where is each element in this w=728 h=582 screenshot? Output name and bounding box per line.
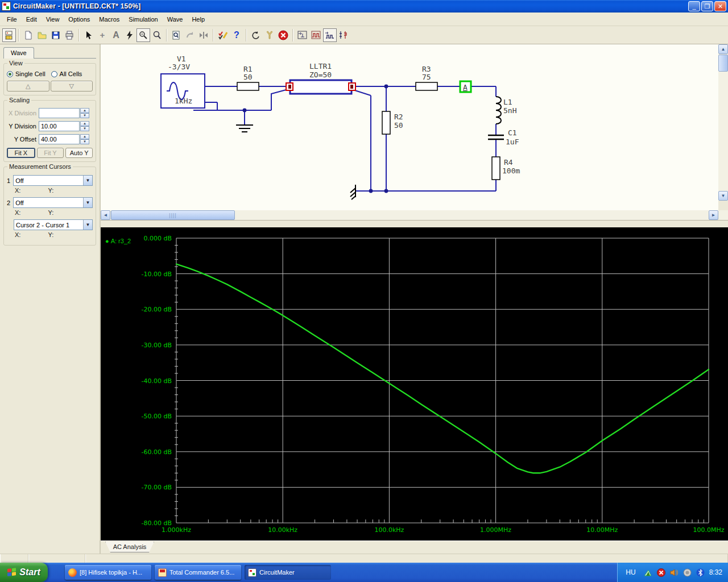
component-r2[interactable]: R2 50	[382, 111, 403, 134]
wave-step-icon[interactable]	[296, 28, 309, 42]
x-division-input[interactable]	[39, 108, 80, 118]
splitter[interactable]	[101, 220, 728, 227]
volume-icon[interactable]	[670, 568, 679, 577]
component-l1[interactable]: L1 5nH	[496, 97, 516, 124]
menu-wave[interactable]: Wave	[163, 14, 188, 24]
print-icon[interactable]	[63, 28, 76, 42]
component-v1[interactable]: 1kHz V1 -3/3V	[161, 55, 205, 108]
cursor2-select[interactable]: Off▼	[13, 197, 93, 208]
scroll-up-icon[interactable]: ▲	[718, 44, 728, 54]
all-cells-radio[interactable]	[51, 71, 57, 77]
close-button[interactable]: ✕	[714, 1, 726, 11]
task-firefox[interactable]: [8] Hifisek topikja - H...	[65, 565, 151, 580]
wave-pulse-icon[interactable]	[309, 28, 323, 42]
menu-file[interactable]: File	[2, 14, 22, 24]
component-lltr1[interactable]: LLTR1 ZO=50	[286, 62, 355, 94]
schematic-canvas[interactable]: 1kHz V1 -3/3V R1 50 LLTR1	[101, 44, 718, 210]
graph-tray-icon[interactable]	[644, 568, 652, 577]
cursor-diff-select[interactable]: Cursor 2 - Cursor 1▼	[14, 219, 93, 230]
svg-text:R1: R1	[243, 65, 253, 73]
trace-dot-icon: ●	[105, 238, 109, 244]
cell-up-button[interactable]: △	[7, 81, 49, 92]
minimize-button[interactable]: _	[688, 1, 700, 11]
edit-checks-icon[interactable]	[216, 28, 230, 42]
earth-ground-symbol[interactable]	[350, 185, 355, 199]
scroll-down-icon[interactable]: ▼	[718, 191, 728, 201]
tab-wave[interactable]: Wave	[3, 47, 34, 59]
menu-options[interactable]: Options	[64, 14, 94, 24]
help-icon[interactable]: ?	[230, 28, 243, 42]
wave-dual-icon[interactable]	[337, 28, 350, 42]
component-r1[interactable]: R1 50	[237, 65, 259, 90]
start-button[interactable]: Start	[0, 563, 48, 582]
menu-simulation[interactable]: Simulation	[124, 14, 162, 24]
fit-x-button[interactable]: Fit X	[7, 148, 35, 158]
ground-symbol[interactable]	[236, 125, 253, 132]
vertical-scroll-thumb[interactable]	[718, 55, 728, 72]
part-browser-icon[interactable]	[2, 28, 16, 42]
utility-wrench-icon[interactable]	[263, 28, 276, 42]
waveform-plot[interactable]: 0.000 dB-10.00 dB-20.00 dB-30.00 dB-40.0…	[101, 227, 728, 541]
task-total-commander[interactable]: Total Commander 6.5...	[155, 565, 241, 580]
restore-button[interactable]: ❐	[701, 1, 713, 11]
task-circuitmaker[interactable]: CircuitMaker	[245, 565, 331, 580]
circuit-svg: 1kHz V1 -3/3V R1 50 LLTR1	[101, 44, 718, 210]
x-division-spinner[interactable]: ▲▼	[80, 108, 89, 118]
rotate-icon[interactable]	[183, 28, 197, 42]
y-division-input[interactable]	[39, 121, 80, 131]
scroll-left-icon[interactable]: ◄	[101, 210, 110, 220]
clock[interactable]: 8:32	[709, 568, 722, 576]
menu-macros[interactable]: Macros	[94, 14, 124, 24]
y-division-spinner[interactable]: ▲▼	[80, 121, 89, 131]
component-r3[interactable]: R3 75	[416, 65, 437, 90]
text-tool-icon[interactable]: A	[109, 28, 123, 42]
open-file-icon[interactable]	[35, 28, 49, 42]
svg-text:1kHz: 1kHz	[175, 97, 192, 105]
cursor1-select[interactable]: Off▼	[13, 175, 93, 186]
svg-text:100m: 100m	[502, 167, 520, 175]
menu-help[interactable]: Help	[187, 14, 209, 24]
wave-pulse-run-icon[interactable]	[323, 28, 337, 42]
fit-y-button[interactable]: Fit Y	[37, 148, 64, 158]
bluetooth-icon[interactable]	[696, 568, 705, 577]
vertical-scrollbar[interactable]: ▲ ▼	[718, 44, 728, 210]
security-shield-icon[interactable]	[657, 568, 665, 577]
wave-panel: Wave View Single Cell All Cells △ ▽ Scal…	[0, 44, 101, 554]
probe-a[interactable]: A	[460, 81, 471, 92]
probe-tool-icon[interactable]	[136, 28, 150, 42]
gray-device-icon[interactable]	[683, 568, 692, 577]
y-offset-input[interactable]	[39, 134, 80, 144]
svg-text:10.00kHz: 10.00kHz	[268, 526, 297, 534]
scroll-right-icon[interactable]: ►	[709, 210, 718, 220]
component-c1[interactable]: C1 1uF	[488, 128, 519, 146]
tab-ac-analysis[interactable]: AC Analysis	[105, 542, 154, 552]
save-file-icon[interactable]	[49, 28, 63, 42]
horizontal-scroll-thumb[interactable]: ||||	[111, 210, 235, 220]
split-view-icon[interactable]	[197, 28, 210, 42]
y-offset-spinner[interactable]: ▲▼	[80, 134, 89, 144]
title-bar: CircuitMaker - [UNTITLED.CKT* 150%] _ ❐ …	[0, 0, 728, 13]
wire-plus-icon[interactable]: +	[96, 28, 109, 42]
select-arrow-icon[interactable]	[82, 28, 96, 42]
run-simulation-icon[interactable]	[123, 28, 136, 42]
system-tray: HU 8:32	[617, 563, 728, 582]
windows-flag-icon	[7, 568, 16, 577]
auto-y-button[interactable]: Auto Y	[65, 148, 93, 158]
circuitmaker-icon	[248, 568, 257, 577]
stop-simulation-icon[interactable]	[276, 28, 290, 42]
language-indicator[interactable]: HU	[626, 568, 635, 576]
wires	[193, 86, 496, 191]
single-cell-radio[interactable]	[7, 71, 13, 77]
new-document-icon[interactable]	[22, 28, 35, 42]
svg-text:-3/3V: -3/3V	[168, 63, 190, 71]
menu-view[interactable]: View	[42, 14, 64, 24]
svg-text:-20.00 dB: -20.00 dB	[142, 306, 172, 313]
component-r4[interactable]: R4 100m	[492, 157, 520, 180]
undo-icon[interactable]	[249, 28, 263, 42]
horizontal-scrollbar[interactable]: ◄ |||| ►	[101, 210, 728, 220]
cell-down-button[interactable]: ▽	[51, 81, 93, 92]
zoom-tool-icon[interactable]	[150, 28, 164, 42]
zoom-page-icon[interactable]	[169, 28, 183, 42]
ac-analysis-chart[interactable]: 0.000 dB-10.00 dB-20.00 dB-30.00 dB-40.0…	[101, 227, 728, 541]
menu-edit[interactable]: Edit	[22, 14, 42, 24]
